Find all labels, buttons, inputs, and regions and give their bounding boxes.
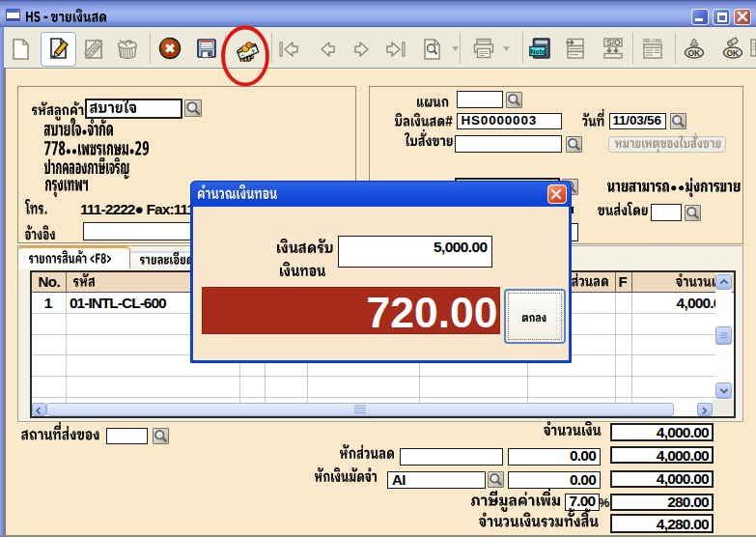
- svg-text:RE-UNL: RE-UNL: [643, 38, 663, 43]
- svg-text:OK: OK: [688, 48, 702, 58]
- svg-text:Note: Note: [531, 48, 546, 55]
- svg-text:OK: OK: [727, 48, 741, 58]
- svg-text:S/O: S/O: [606, 38, 621, 47]
